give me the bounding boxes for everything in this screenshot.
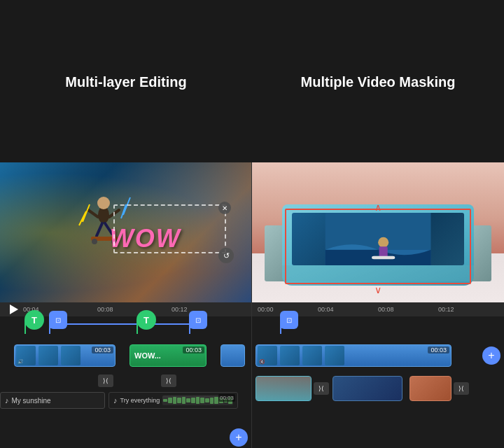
square-icon: ⊡: [55, 316, 61, 324]
rtime-mark-1: 00:04: [318, 306, 378, 313]
down-arrow-icon: ∨: [374, 284, 382, 295]
arrow-up-button[interactable]: ∧: [374, 202, 382, 213]
right-clip-blue[interactable]: 00:03 🔇: [255, 344, 451, 367]
add-track-button[interactable]: +: [230, 428, 248, 447]
nav-arrow-icon-2: ⟩⟨: [166, 377, 172, 384]
svg-line-2: [88, 210, 98, 217]
play-button[interactable]: [6, 302, 20, 316]
clip-duration-1: 00:03: [92, 346, 113, 354]
audio-label-2: Try everything: [120, 397, 160, 404]
right-thumb-2: [280, 346, 300, 365]
sound-icon-right: 🔇: [259, 359, 265, 365]
right-video-bg: ∧ ∨: [252, 162, 504, 302]
person-thumb[interactable]: [410, 376, 451, 401]
audio2-duration: 00:03: [218, 394, 235, 402]
mug-thumb-bg: [256, 377, 311, 400]
left-video-preview[interactable]: WOW ✕ ↺: [0, 162, 251, 302]
pin-square2-icon: ⊡: [189, 311, 207, 329]
clip-wow-label: WOW...: [130, 351, 165, 360]
right-pin-icon: ⊡: [280, 311, 298, 329]
right-nav-btn-1[interactable]: ⟩⟨: [314, 382, 329, 395]
headers-row: Multi-layer Editing Multiple Video Maski…: [0, 0, 504, 162]
clip-green-1[interactable]: WOW... 00:03: [130, 344, 206, 367]
clip-duration-2: 00:03: [183, 346, 204, 354]
right-nav-icon-1: ⟩⟨: [318, 385, 324, 392]
svg-line-4: [97, 223, 102, 236]
right-nav-btn-2[interactable]: ⟩⟨: [454, 382, 469, 395]
left-panel: WOW ✕ ↺: [0, 162, 252, 448]
nav-arrow-icon-1: ⟩⟨: [103, 377, 108, 384]
pin-t1-icon: T: [24, 310, 44, 330]
right-track-row-1: 00:03 🔇 +: [252, 341, 504, 370]
svg-point-1: [97, 197, 110, 209]
mug-thumb-1[interactable]: [255, 376, 312, 401]
audio-tracks: ♪ My sunshine ♪ Try everything: [0, 392, 251, 413]
pin-square2[interactable]: ⊡: [189, 320, 190, 334]
add-icon-right: +: [488, 349, 494, 362]
time-mark-3: 00:12: [172, 306, 246, 313]
right-thumb-4: [325, 346, 344, 365]
right-tracks-area: ⊡ 00:03 🔇 +: [252, 316, 504, 448]
svg-point-7: [92, 239, 97, 244]
right-title: Multiple Video Masking: [301, 74, 456, 90]
left-title: Multi-layer Editing: [65, 74, 186, 90]
clip-thumb-3: [61, 346, 80, 365]
right-square-icon: ⊡: [286, 316, 292, 324]
selection-box[interactable]: [285, 209, 471, 284]
right-video-preview[interactable]: ∧ ∨: [252, 162, 504, 302]
audio-label-1: My sunshine: [12, 397, 51, 405]
pin-t2[interactable]: T: [136, 320, 138, 334]
left-video-bg: WOW ✕ ↺: [0, 162, 251, 302]
time-mark-2: 00:08: [97, 306, 172, 313]
nav-buttons-row: ⟩⟨ ⟩⟨ +: [0, 374, 251, 388]
play-icon: [10, 304, 18, 314]
audio-track-2[interactable]: ♪ Try everything: [108, 392, 238, 409]
right-clip-duration: 00:03: [428, 346, 449, 354]
left-tracks-area: T ⊡ T: [0, 316, 251, 448]
right-track-row-2: ⟩⟨ ⟩⟨: [252, 374, 504, 403]
dashed-selection-box[interactable]: [113, 204, 227, 253]
track-row-1: 00:03 🔊 WOW... 00:03: [0, 341, 251, 370]
close-icon: ✕: [222, 204, 227, 212]
clip-blue-extend[interactable]: [220, 344, 245, 367]
sound-icon-1: 🔊: [18, 359, 24, 365]
nav-btn-right[interactable]: ⟩⟨: [161, 374, 176, 387]
content-row: WOW ✕ ↺: [0, 162, 504, 448]
pin-t2-icon: T: [136, 310, 156, 330]
music-icon-1: ♪: [5, 396, 9, 405]
pin-square1-icon: ⊡: [49, 311, 67, 329]
clip-blue-1[interactable]: 00:03 🔊: [14, 344, 115, 367]
pin-square1[interactable]: ⊡: [49, 320, 50, 334]
nav-btn-left[interactable]: ⟩⟨: [98, 374, 113, 387]
right-add-button[interactable]: +: [482, 346, 500, 365]
clip-thumb-2: [38, 346, 58, 365]
right-pin-square[interactable]: ⊡: [280, 320, 281, 334]
up-arrow-icon: ∧: [374, 202, 382, 213]
connector-line: [52, 323, 192, 325]
rtime-mark-3: 00:12: [438, 306, 498, 313]
right-nav-icon-2: ⟩⟨: [458, 385, 464, 392]
pin-t1[interactable]: T: [24, 320, 26, 334]
left-header: Multi-layer Editing: [0, 6, 252, 158]
mid-thumb[interactable]: [332, 376, 402, 401]
main-container: Multi-layer Editing Multiple Video Maski…: [0, 0, 504, 448]
right-header: Multiple Video Masking: [252, 6, 504, 158]
square-icon-2: ⊡: [195, 316, 201, 324]
rotate-icon: ↺: [223, 251, 230, 260]
arrow-down-button[interactable]: ∨: [374, 284, 382, 295]
right-panel: ∧ ∨ 00:00 00:04 00:08 00:12: [252, 162, 504, 448]
audio-track-1[interactable]: ♪ My sunshine: [0, 392, 105, 409]
rtime-mark-2: 00:08: [378, 306, 438, 313]
music-icon-2: ♪: [113, 396, 118, 405]
right-thumb-3: [302, 346, 322, 365]
